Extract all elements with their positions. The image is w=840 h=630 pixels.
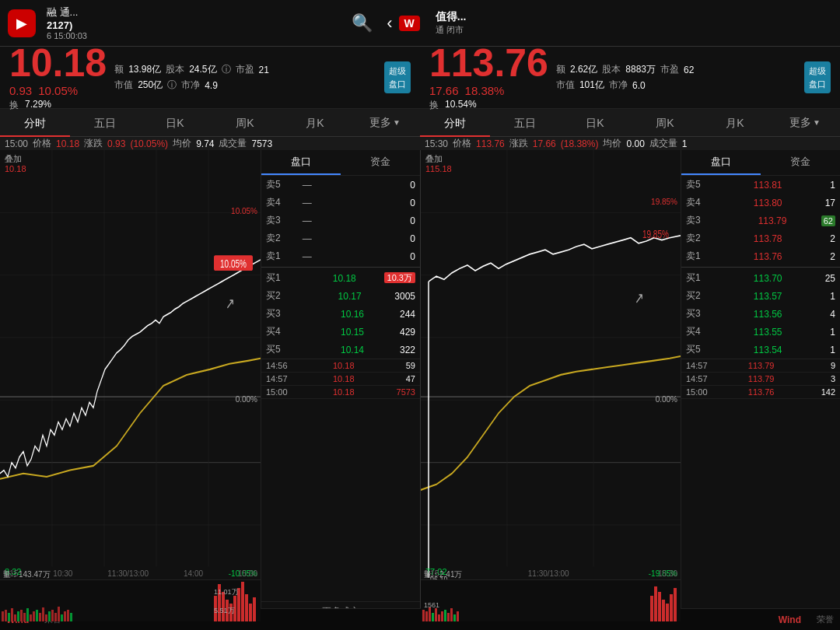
right-ob-buy4-row: 买4 113.55 1: [681, 323, 840, 341]
left-price-pct: 10.05%: [38, 84, 78, 97]
left-orderbook: 盘口 资金 卖5 — 0 卖4 — 0 卖3: [261, 150, 420, 621]
svg-rect-80: [662, 600, 665, 621]
right-trans-row-1: 14:57 113.79 9: [681, 359, 840, 373]
svg-rect-22: [26, 608, 29, 621]
tab-right-ri-k[interactable]: 日K: [560, 109, 630, 137]
left-chart-price-top: 10.18: [5, 164, 26, 173]
right-ob-tab-pankou[interactable]: 盘口: [681, 150, 761, 175]
right-ob-sell3-qty: 62: [821, 215, 835, 226]
svg-rect-29: [48, 611, 51, 621]
svg-rect-44: [241, 582, 244, 621]
right-super-badge[interactable]: 超级 盘口: [804, 61, 831, 93]
left-ob-sell2-row: 卖2 — 0: [261, 229, 420, 247]
tab-left-zhou-k[interactable]: 周K: [210, 109, 280, 137]
left-ob-buy3-row: 买3 10.16 244: [261, 305, 420, 323]
tab-right-zhou-k[interactable]: 周K: [630, 109, 700, 137]
tab-right-fen-shi[interactable]: 分时: [420, 109, 490, 137]
right-chart-info: 15:30 价格 113.76 涨跌 17.66 (18.38%) 均价 0.0…: [420, 137, 840, 150]
svg-rect-66: [429, 607, 431, 621]
left-volume-svg: 11.01万 5.51万: [0, 580, 261, 621]
tab-right-more[interactable]: 更多▼: [770, 109, 840, 137]
tab-left-more[interactable]: 更多▼: [350, 109, 420, 137]
tab-left-wu-ri[interactable]: 五日: [70, 109, 140, 137]
right-ob-buy1-price: 113.70: [740, 273, 782, 284]
top-bar-right: 值得... 通 闭市: [420, 10, 832, 36]
app-icon[interactable]: ▶: [8, 9, 36, 37]
left-pe: 21: [259, 65, 269, 75]
svg-text:1561: 1561: [424, 601, 439, 609]
right-tabs: 分时 五日 日K 周K 月K 更多▼: [420, 109, 840, 137]
svg-text:10.05%: 10.05%: [220, 257, 247, 270]
svg-rect-64: [422, 610, 425, 621]
left-ob-buy5-price: 10.14: [325, 345, 364, 355]
right-ob-tab-zijin[interactable]: 资金: [761, 150, 840, 175]
svg-rect-82: [670, 594, 673, 621]
right-ob-sell1-row: 卖1 113.76 2: [681, 247, 840, 265]
right-ob-sell3-price: 113.79: [744, 215, 786, 226]
left-stock-time: 6 15:00:03: [47, 31, 87, 40]
right-pe: 62: [684, 65, 694, 75]
svg-rect-77: [650, 596, 653, 621]
right-ob-sell3-row: 卖3 113.79 62: [681, 212, 840, 229]
right-ob-buy5-row: 买5 113.54 1: [681, 341, 840, 359]
svg-rect-74: [453, 614, 456, 621]
chart-info-row: 15:00 价格 10.18 涨跌 0.93 (10.05%) 均价 9.74 …: [0, 137, 840, 150]
tab-left-yue-k[interactable]: 月K: [280, 109, 350, 137]
right-trans-row-3: 15:00 113.76 142: [681, 386, 840, 399]
search-icon[interactable]: 🔍: [352, 13, 373, 33]
left-ob-tab-pankou[interactable]: 盘口: [261, 150, 341, 175]
left-ob-tab-zijin[interactable]: 资金: [341, 150, 420, 175]
svg-rect-17: [11, 608, 13, 621]
right-chart: 叠加 115.18 19.85% 0.00% -19.85% 77.02: [421, 150, 681, 621]
right-amount: 2.62亿: [570, 63, 597, 76]
svg-rect-34: [64, 611, 66, 621]
svg-rect-70: [441, 611, 443, 621]
right-orderbook: 盘口 资金 卖5 113.81 1 卖4 113.80 17 卖3 113.79: [681, 150, 840, 621]
svg-rect-81: [666, 604, 669, 621]
left-trans-row-2: 14:57 10.18 47: [261, 373, 420, 386]
right-pb: 6.0: [632, 80, 646, 91]
left-trans-row-3: 15:00 10.18 7573: [261, 386, 420, 399]
right-ob-buy2-qty: 1: [812, 291, 835, 302]
tab-right-wu-ri[interactable]: 五日: [490, 109, 560, 137]
svg-rect-36: [70, 613, 72, 621]
left-ob-tabs: 盘口 资金: [261, 150, 420, 176]
tab-left-ri-k[interactable]: 日K: [140, 109, 210, 137]
svg-rect-31: [54, 613, 57, 621]
right-trans-row-2: 14:57 113.79 3: [681, 373, 840, 386]
right-chart-orderbook: 叠加 115.18 19.85% 0.00% -19.85% 77.02: [421, 150, 840, 621]
left-price-value: 10.18: [9, 44, 107, 82]
svg-rect-24: [33, 611, 35, 621]
footer-right-text: 荣誉: [817, 614, 834, 625]
left-ob-buy3-price: 10.16: [325, 309, 364, 320]
svg-rect-68: [435, 608, 437, 621]
right-volume-svg: 1561: [421, 580, 681, 621]
right-ob-sell2-row: 卖2 113.78 2: [681, 229, 840, 247]
right-ob-buy5-price: 113.54: [740, 345, 782, 355]
right-pct-high: 19.85%: [651, 198, 677, 206]
right-mktcap: 101亿: [579, 79, 604, 92]
app-icon-symbol: ▶: [16, 15, 27, 32]
back-icon[interactable]: ‹: [387, 13, 392, 33]
left-ob-buy1-qty: 10.3万: [384, 272, 415, 284]
top-bar-left: ▶ 融 通... 2127) 6 15:00:03 🔍 ‹ W: [8, 5, 420, 40]
left-trans-log: 14:56 10.18 59 14:57 10.18 47 15:00 10.1…: [261, 359, 420, 601]
svg-rect-83: [674, 588, 677, 621]
left-super-badge[interactable]: 超级 盘口: [384, 61, 411, 93]
right-ob-sell5-qty: 1: [812, 180, 835, 191]
tab-left-fen-shi[interactable]: 分时: [0, 109, 70, 137]
right-trans-log: 14:57 113.79 9 14:57 113.79 3 15:00 113.…: [681, 359, 840, 621]
left-trans-row-1: 14:56 10.18 59: [261, 359, 420, 373]
right-ob-sell4-row: 卖4 113.80 17: [681, 194, 840, 212]
svg-rect-32: [58, 607, 60, 621]
svg-rect-72: [447, 613, 450, 621]
left-main-price: 10.18 0.93 10.05% 换 7.29%: [9, 44, 107, 112]
left-amount: 13.98亿: [128, 63, 161, 76]
tab-right-yue-k[interactable]: 月K: [700, 109, 770, 137]
right-meta: 额 2.62亿 股本 8883万 市盈 62 市值 101亿 市净 6.0: [556, 63, 796, 92]
right-chart-price-top: 115.18: [425, 164, 452, 173]
svg-text:↗: ↗: [635, 290, 643, 307]
left-ob-buy4-qty: 429: [400, 327, 415, 338]
left-price-panel: 10.18 0.93 10.05% 换 7.29% 额 13.98亿 股本 24…: [0, 47, 420, 109]
svg-text:↗: ↗: [226, 296, 234, 313]
